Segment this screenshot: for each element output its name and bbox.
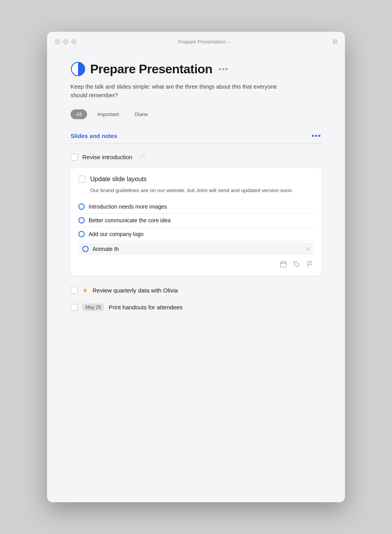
minimize-button[interactable] [63, 39, 68, 44]
review-quarterly-label: Review quarterly data with Olivia [93, 287, 178, 294]
subtask-label-2: Better communicate the core idea [89, 217, 171, 223]
close-button[interactable] [55, 39, 60, 44]
bottom-tasks: ★ Review quarterly data with Olivia May … [71, 282, 321, 316]
review-quarterly-checkbox[interactable] [71, 287, 78, 294]
expanded-task-header: Update slide layouts [78, 176, 314, 183]
page-title: Prepare Presentation [90, 62, 212, 76]
revise-introduction-label: Revise introduction [82, 154, 132, 160]
filter-diane[interactable]: Diane [129, 109, 153, 119]
subtask-row: Add our company logo [78, 227, 314, 241]
title-chevron-icon: ⌄ [228, 39, 231, 44]
filter-important[interactable]: Important [92, 109, 124, 119]
subtask-input-field[interactable] [93, 246, 303, 252]
task-row: Revise introduction 📄 [71, 150, 321, 165]
calendar-icon[interactable] [280, 261, 287, 269]
subtask-circle-2[interactable] [78, 217, 85, 223]
filter-bar: All Important Diane [71, 109, 321, 119]
subtask-input-row: ≡ [78, 243, 314, 255]
copy-icon[interactable]: ⧉ [333, 38, 337, 45]
section-title: Slides and notes [71, 133, 117, 139]
section-header: Slides and notes ••• [71, 132, 321, 140]
page-header: Prepare Presentation ••• [71, 62, 321, 76]
star-icon: ★ [82, 287, 88, 294]
window-controls [55, 39, 76, 44]
project-icon [71, 62, 85, 76]
subtask-row: Better communicate the core idea [78, 214, 314, 227]
app-window: Prepare Presentation ⌄ ⧉ Prepare Present… [47, 32, 345, 502]
card-actions [78, 261, 314, 269]
update-slide-layouts-checkbox[interactable] [78, 176, 85, 183]
filter-all[interactable]: All [71, 109, 87, 119]
bottom-task-row: May 25 Print handouts for attendees [71, 299, 321, 316]
subtask-label-1: Introduction needs more images [89, 203, 167, 210]
title-bar: Prepare Presentation ⌄ ⧉ [47, 32, 345, 50]
date-badge: May 25 [82, 303, 104, 311]
subtask-circle-3[interactable] [78, 231, 85, 237]
tag-icon[interactable] [293, 261, 300, 269]
section-divider [71, 143, 321, 143]
revise-introduction-checkbox[interactable] [71, 154, 78, 161]
window-title-label: Prepare Presentation [178, 39, 226, 45]
update-slide-layouts-label: Update slide layouts [90, 176, 147, 183]
expanded-task-card: Update slide layouts Our brand guideline… [71, 168, 321, 276]
expanded-task-description: Our brand guidelines are on our website,… [90, 187, 314, 194]
section-more-button[interactable]: ••• [312, 132, 321, 140]
subtask-row: Introduction needs more images [78, 200, 314, 214]
subtask-label-3: Add our company logo [89, 231, 143, 237]
bottom-task-row: ★ Review quarterly data with Olivia [71, 282, 321, 299]
svg-rect-2 [281, 262, 287, 267]
print-handouts-label: Print handouts for attendees [109, 304, 182, 311]
drag-handle-icon: ≡ [307, 246, 310, 252]
print-handouts-checkbox[interactable] [71, 304, 78, 311]
document-icon: 📄 [139, 154, 145, 160]
main-content: Prepare Presentation ••• Keep the talk a… [47, 50, 345, 502]
subtask-circle-input [82, 246, 89, 252]
window-title: Prepare Presentation ⌄ [178, 39, 231, 45]
page-description: Keep the talk and slides simple: what ar… [71, 83, 290, 100]
maximize-button[interactable] [71, 39, 76, 44]
subtask-circle-1[interactable] [78, 203, 85, 210]
svg-point-6 [295, 262, 296, 263]
header-more-button[interactable]: ••• [219, 65, 229, 73]
flag-icon[interactable] [307, 261, 314, 269]
